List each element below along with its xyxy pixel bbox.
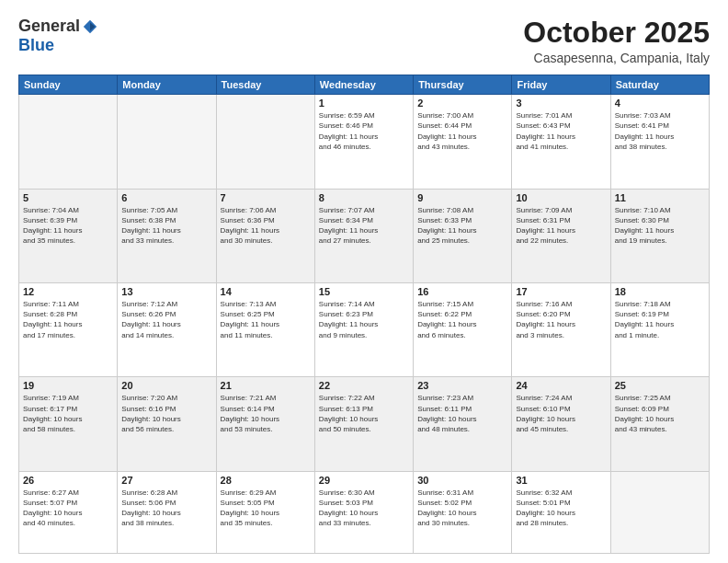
week-row-2: 5Sunrise: 7:04 AM Sunset: 6:39 PM Daylig… bbox=[19, 189, 710, 282]
day-info: Sunrise: 6:28 AM Sunset: 5:06 PM Dayligh… bbox=[121, 488, 211, 529]
table-row: 13Sunrise: 7:12 AM Sunset: 6:26 PM Dayli… bbox=[118, 282, 216, 376]
day-number: 13 bbox=[121, 286, 211, 297]
day-info: Sunrise: 7:07 AM Sunset: 6:34 PM Dayligh… bbox=[319, 205, 409, 247]
header: General Blue October 2025 Casapesenna, C… bbox=[18, 17, 710, 65]
week-row-4: 19Sunrise: 7:19 AM Sunset: 6:17 PM Dayli… bbox=[19, 377, 710, 471]
header-wednesday: Wednesday bbox=[314, 75, 413, 95]
table-row: 16Sunrise: 7:15 AM Sunset: 6:22 PM Dayli… bbox=[414, 282, 512, 376]
table-row: 10Sunrise: 7:09 AM Sunset: 6:31 PM Dayli… bbox=[512, 189, 610, 282]
day-number: 31 bbox=[516, 475, 606, 486]
day-info: Sunrise: 7:12 AM Sunset: 6:26 PM Dayligh… bbox=[121, 299, 211, 340]
day-number: 27 bbox=[121, 475, 211, 486]
day-info: Sunrise: 7:22 AM Sunset: 6:13 PM Dayligh… bbox=[319, 393, 409, 434]
day-info: Sunrise: 7:11 AM Sunset: 6:28 PM Dayligh… bbox=[23, 299, 113, 340]
day-number: 12 bbox=[23, 286, 113, 297]
day-info: Sunrise: 7:24 AM Sunset: 6:10 PM Dayligh… bbox=[516, 393, 606, 434]
day-info: Sunrise: 7:20 AM Sunset: 6:16 PM Dayligh… bbox=[121, 393, 211, 434]
day-number: 19 bbox=[23, 380, 113, 391]
table-row: 8Sunrise: 7:07 AM Sunset: 6:34 PM Daylig… bbox=[314, 189, 413, 282]
table-row: 14Sunrise: 7:13 AM Sunset: 6:25 PM Dayli… bbox=[216, 282, 314, 376]
table-row: 22Sunrise: 7:22 AM Sunset: 6:13 PM Dayli… bbox=[314, 377, 413, 471]
day-number: 15 bbox=[319, 286, 409, 297]
table-row: 23Sunrise: 7:23 AM Sunset: 6:11 PM Dayli… bbox=[414, 377, 512, 471]
day-headers-row: Sunday Monday Tuesday Wednesday Thursday… bbox=[19, 75, 710, 95]
day-number: 6 bbox=[121, 192, 211, 203]
day-info: Sunrise: 7:04 AM Sunset: 6:39 PM Dayligh… bbox=[23, 205, 113, 247]
header-saturday: Saturday bbox=[610, 75, 709, 95]
day-number: 16 bbox=[417, 286, 507, 297]
day-number: 14 bbox=[221, 286, 311, 297]
day-info: Sunrise: 7:10 AM Sunset: 6:30 PM Dayligh… bbox=[615, 205, 705, 247]
day-number: 8 bbox=[319, 192, 409, 203]
table-row: 11Sunrise: 7:10 AM Sunset: 6:30 PM Dayli… bbox=[610, 189, 709, 282]
day-info: Sunrise: 7:19 AM Sunset: 6:17 PM Dayligh… bbox=[23, 393, 113, 434]
day-info: Sunrise: 7:09 AM Sunset: 6:31 PM Dayligh… bbox=[516, 205, 606, 247]
table-row: 15Sunrise: 7:14 AM Sunset: 6:23 PM Dayli… bbox=[314, 282, 413, 376]
header-thursday: Thursday bbox=[414, 75, 512, 95]
table-row: 20Sunrise: 7:20 AM Sunset: 6:16 PM Dayli… bbox=[118, 377, 216, 471]
table-row: 12Sunrise: 7:11 AM Sunset: 6:28 PM Dayli… bbox=[19, 282, 118, 376]
day-number: 26 bbox=[23, 475, 113, 486]
logo-blue-text: Blue bbox=[18, 36, 54, 55]
day-number: 29 bbox=[319, 475, 409, 486]
table-row: 26Sunrise: 6:27 AM Sunset: 5:07 PM Dayli… bbox=[19, 471, 118, 553]
table-row: 1Sunrise: 6:59 AM Sunset: 6:46 PM Daylig… bbox=[314, 95, 413, 189]
calendar-table: Sunday Monday Tuesday Wednesday Thursday… bbox=[18, 75, 710, 554]
header-monday: Monday bbox=[118, 75, 216, 95]
table-row: 7Sunrise: 7:06 AM Sunset: 6:36 PM Daylig… bbox=[216, 189, 314, 282]
table-row bbox=[118, 95, 216, 189]
week-row-3: 12Sunrise: 7:11 AM Sunset: 6:28 PM Dayli… bbox=[19, 282, 710, 376]
table-row: 30Sunrise: 6:31 AM Sunset: 5:02 PM Dayli… bbox=[414, 471, 512, 553]
day-info: Sunrise: 6:32 AM Sunset: 5:01 PM Dayligh… bbox=[516, 488, 606, 529]
table-row: 27Sunrise: 6:28 AM Sunset: 5:06 PM Dayli… bbox=[118, 471, 216, 553]
day-info: Sunrise: 7:18 AM Sunset: 6:19 PM Dayligh… bbox=[615, 299, 705, 340]
table-row bbox=[216, 95, 314, 189]
day-number: 22 bbox=[319, 380, 409, 391]
logo: General Blue bbox=[18, 17, 98, 55]
day-info: Sunrise: 7:06 AM Sunset: 6:36 PM Dayligh… bbox=[221, 205, 311, 247]
day-number: 7 bbox=[221, 192, 311, 203]
day-number: 10 bbox=[516, 192, 606, 203]
page: General Blue October 2025 Casapesenna, C… bbox=[0, 0, 728, 563]
table-row: 17Sunrise: 7:16 AM Sunset: 6:20 PM Dayli… bbox=[512, 282, 610, 376]
day-number: 4 bbox=[615, 98, 705, 109]
day-number: 28 bbox=[221, 475, 311, 486]
table-row: 19Sunrise: 7:19 AM Sunset: 6:17 PM Dayli… bbox=[19, 377, 118, 471]
table-row: 3Sunrise: 7:01 AM Sunset: 6:43 PM Daylig… bbox=[512, 95, 610, 189]
day-number: 24 bbox=[516, 380, 606, 391]
table-row: 18Sunrise: 7:18 AM Sunset: 6:19 PM Dayli… bbox=[610, 282, 709, 376]
day-info: Sunrise: 7:03 AM Sunset: 6:41 PM Dayligh… bbox=[615, 110, 705, 152]
calendar-title: October 2025 bbox=[523, 17, 710, 49]
day-number: 11 bbox=[615, 192, 705, 203]
day-info: Sunrise: 6:29 AM Sunset: 5:05 PM Dayligh… bbox=[221, 488, 311, 529]
table-row: 25Sunrise: 7:25 AM Sunset: 6:09 PM Dayli… bbox=[610, 377, 709, 471]
day-info: Sunrise: 7:25 AM Sunset: 6:09 PM Dayligh… bbox=[615, 393, 705, 434]
day-info: Sunrise: 7:21 AM Sunset: 6:14 PM Dayligh… bbox=[221, 393, 311, 434]
day-number: 30 bbox=[417, 475, 507, 486]
day-number: 20 bbox=[121, 380, 211, 391]
day-number: 18 bbox=[615, 286, 705, 297]
day-info: Sunrise: 7:16 AM Sunset: 6:20 PM Dayligh… bbox=[516, 299, 606, 340]
table-row: 4Sunrise: 7:03 AM Sunset: 6:41 PM Daylig… bbox=[610, 95, 709, 189]
table-row: 6Sunrise: 7:05 AM Sunset: 6:38 PM Daylig… bbox=[118, 189, 216, 282]
day-number: 17 bbox=[516, 286, 606, 297]
day-number: 3 bbox=[516, 98, 606, 109]
day-info: Sunrise: 6:30 AM Sunset: 5:03 PM Dayligh… bbox=[319, 488, 409, 529]
header-sunday: Sunday bbox=[19, 75, 118, 95]
day-info: Sunrise: 7:00 AM Sunset: 6:44 PM Dayligh… bbox=[417, 110, 507, 152]
header-tuesday: Tuesday bbox=[216, 75, 314, 95]
day-number: 21 bbox=[221, 380, 311, 391]
day-info: Sunrise: 7:01 AM Sunset: 6:43 PM Dayligh… bbox=[516, 110, 606, 152]
table-row bbox=[19, 95, 118, 189]
day-info: Sunrise: 7:13 AM Sunset: 6:25 PM Dayligh… bbox=[221, 299, 311, 340]
week-row-5: 26Sunrise: 6:27 AM Sunset: 5:07 PM Dayli… bbox=[19, 471, 710, 553]
table-row: 21Sunrise: 7:21 AM Sunset: 6:14 PM Dayli… bbox=[216, 377, 314, 471]
table-row: 31Sunrise: 6:32 AM Sunset: 5:01 PM Dayli… bbox=[512, 471, 610, 553]
table-row: 2Sunrise: 7:00 AM Sunset: 6:44 PM Daylig… bbox=[414, 95, 512, 189]
table-row: 28Sunrise: 6:29 AM Sunset: 5:05 PM Dayli… bbox=[216, 471, 314, 553]
logo-general-text: General bbox=[18, 17, 80, 36]
day-info: Sunrise: 7:08 AM Sunset: 6:33 PM Dayligh… bbox=[417, 205, 507, 247]
table-row: 29Sunrise: 6:30 AM Sunset: 5:03 PM Dayli… bbox=[314, 471, 413, 553]
calendar-subtitle: Casapesenna, Campania, Italy bbox=[523, 51, 710, 65]
day-info: Sunrise: 7:05 AM Sunset: 6:38 PM Dayligh… bbox=[121, 205, 211, 247]
